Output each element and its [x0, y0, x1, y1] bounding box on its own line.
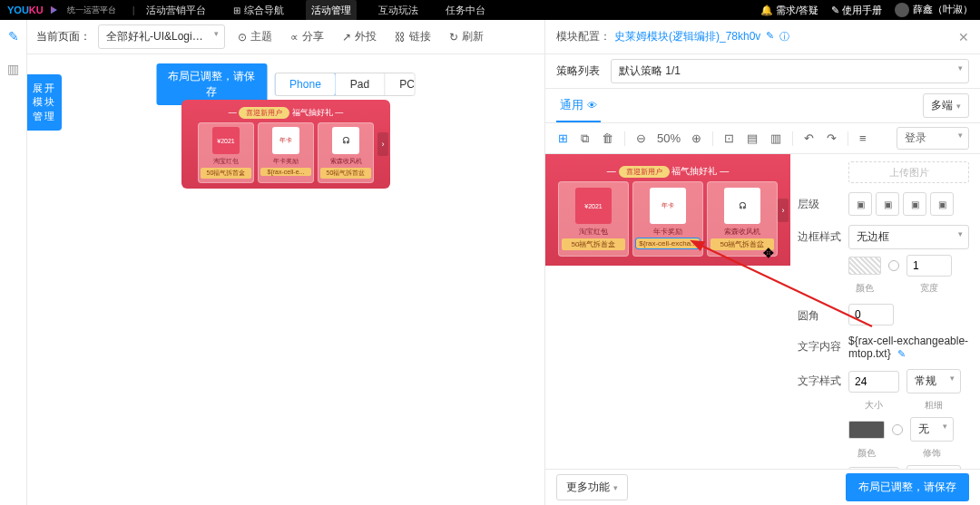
banner-module[interactable]: — 喜迎新用户 福气抽好礼 — ¥2021 淘宝红包 50福气拆首盒 年卡 [181, 100, 390, 189]
layout-icon-1[interactable]: ⊡ [722, 130, 736, 147]
add-icon[interactable]: ⊞ [556, 130, 570, 147]
layer-btn-3[interactable]: ▣ [903, 192, 926, 216]
banner-header: — 喜迎新用户 福气抽好礼 — [187, 105, 385, 122]
link-icon: ⛓ [395, 31, 406, 44]
layout-icon-3[interactable]: ▥ [769, 130, 783, 147]
rp-banner-next-arrow[interactable]: › [778, 199, 789, 222]
font-weight-select[interactable]: 常规 [906, 369, 961, 393]
device-tab-phone[interactable]: Phone [274, 73, 337, 96]
radius-input[interactable] [848, 304, 894, 325]
share-button[interactable]: ∝分享 [285, 25, 329, 48]
nav-marketing[interactable]: 活动营销平台 [141, 0, 211, 21]
demand-link[interactable]: 🔔 需求/答疑 [760, 4, 818, 17]
overflow-select[interactable]: 省略号 [906, 465, 961, 469]
zoom-out-icon[interactable]: ⊖ [634, 130, 648, 147]
card-sub-1: 50福气拆首盒 [201, 168, 251, 179]
align-icon[interactable]: ≡ [858, 130, 868, 147]
more-functions-button[interactable]: 更多功能 ▾ [556, 474, 628, 500]
page-toolbar: 当前页面： 全部好礼-UI&Logic-副... ⊙主题 ∝分享 ↗外投 ⛓链接… [27, 20, 544, 54]
font-size-input[interactable] [848, 371, 899, 393]
phone-preview[interactable]: — 喜迎新用户 福气抽好礼 — ¥2021 淘宝红包 50福气拆首盒 年卡 [181, 100, 390, 189]
link-button[interactable]: ⛓链接 [389, 25, 436, 48]
edit-title-icon[interactable]: ✎ [766, 30, 774, 44]
tab-general[interactable]: 通用 👁 [556, 90, 601, 122]
undo-icon[interactable]: ↶ [802, 130, 816, 147]
rp-card-row: ¥2021 淘宝红包 50福气拆首盒 年卡 年卡奖励 ${rax-cell-ex… [554, 181, 781, 257]
device-tab-pc[interactable]: PC [385, 73, 415, 95]
eye-icon: 👁 [587, 100, 597, 111]
rp-preview[interactable]: — 喜迎新用户 福气抽好礼 — ¥2021 淘宝红包 50福气拆首盒 年卡 [545, 154, 790, 469]
manual-link[interactable]: ✎ 使用手册 [831, 4, 882, 17]
banner-pill: 喜迎新用户 [239, 107, 289, 119]
user-menu[interactable]: 薛鑫（叶淑） [895, 3, 973, 17]
pencil-icon: ✎ [831, 5, 842, 15]
card-2[interactable]: 年卡 年卡奖励 ${rax-cell-e... [258, 122, 314, 183]
card-1[interactable]: ¥2021 淘宝红包 50福气拆首盒 [198, 122, 254, 183]
nav-interaction[interactable]: 互动玩法 [373, 0, 424, 21]
nav-activity-mgmt[interactable]: 活动管理 [306, 0, 357, 21]
rp-card-2[interactable]: 年卡 年卡奖励 ${rax-cell-excha... [632, 181, 703, 257]
layout-icon-2[interactable]: ▤ [745, 130, 760, 147]
rp-card-sub-2: ${rax-cell-excha... [636, 238, 700, 248]
device-tab-pad[interactable]: Pad [336, 73, 385, 95]
theme-button[interactable]: ⊙主题 [232, 25, 278, 48]
border-color-swatch[interactable] [848, 257, 881, 275]
properties-panel: 上传图片 层级 ▣ ▣ ▣ ▣ 边框样式 无边框 [790, 154, 980, 469]
edit-text-icon[interactable]: ✎ [897, 348, 906, 359]
rp-banner-pill: 喜迎新用户 [619, 166, 670, 178]
current-page-label: 当前页面： [36, 29, 91, 44]
card-title-1: 淘宝红包 [201, 157, 251, 166]
layer-btn-1[interactable]: ▣ [848, 192, 872, 216]
grid-icon: ⊞ [233, 5, 240, 15]
chevron-down-icon: ▾ [956, 102, 961, 111]
layout-icon[interactable]: ▥ [7, 62, 19, 76]
rp-banner-header: — 喜迎新用户 福气抽好礼 — [554, 163, 781, 181]
card-title-3: 索森收风机 [320, 157, 371, 166]
lines-input[interactable] [848, 467, 899, 470]
border-style-select[interactable]: 无边框 [848, 225, 969, 249]
login-select[interactable]: 登录 [897, 127, 969, 150]
strategy-select[interactable]: 默认策略 1/1 [611, 59, 969, 83]
rp-header-label: 模块配置： [556, 29, 611, 44]
nav-tasks[interactable]: 任务中台 [440, 0, 491, 21]
shadow-select[interactable]: 无 [910, 417, 954, 442]
redo-icon[interactable]: ↷ [825, 130, 838, 147]
layer-btn-4[interactable]: ▣ [930, 192, 954, 216]
info-icon[interactable]: ⓘ [779, 30, 789, 44]
multi-end-button[interactable]: 多端 ▾ [923, 93, 969, 118]
card-3[interactable]: 🎧 索森收风机 50福气拆首盆 [318, 122, 374, 183]
border-width-input[interactable] [906, 255, 952, 277]
device-tabs: Phone Pad PC [274, 73, 415, 96]
rp-card-sub-1: 50福气拆首盒 [562, 238, 625, 250]
logo-play-icon [47, 4, 60, 16]
edit-icon[interactable]: ✎ [8, 29, 19, 44]
text-color-swatch[interactable] [848, 421, 885, 439]
rp-card-1[interactable]: ¥2021 淘宝红包 50福气拆首盒 [558, 181, 629, 257]
module-mgmt-tab[interactable]: 展开模块管理 [27, 74, 62, 131]
close-panel-icon[interactable]: ✕ [958, 30, 969, 44]
color-link-icon[interactable] [888, 260, 899, 271]
external-button[interactable]: ↗外投 [337, 25, 382, 48]
color-link-icon-2[interactable] [892, 424, 903, 435]
banner-next-arrow[interactable]: › [377, 132, 388, 156]
bell-icon: 🔔 [760, 5, 776, 15]
upload-image-box[interactable]: 上传图片 [848, 161, 969, 183]
refresh-button[interactable]: ↻刷新 [444, 25, 489, 48]
layer-btn-2[interactable]: ▣ [876, 192, 899, 216]
rp-banner-module[interactable]: — 喜迎新用户 福气抽好礼 — ¥2021 淘宝红包 50福气拆首盒 年卡 [545, 154, 790, 266]
zoom-in-icon[interactable]: ⊕ [690, 130, 703, 147]
delete-icon[interactable]: 🗑 [600, 130, 615, 147]
radius-label: 圆角 [798, 304, 848, 324]
page-select[interactable]: 全部好礼-UI&Logic-副... [98, 24, 225, 49]
card-img-1: ¥2021 [212, 127, 240, 154]
refresh-icon: ↻ [449, 31, 458, 44]
zoom-level: 50% [657, 131, 681, 145]
footer-save-button[interactable]: 布局已调整，请保存 [846, 473, 969, 501]
topbar-right: 🔔 需求/答疑 ✎ 使用手册 薛鑫（叶淑） [760, 3, 973, 17]
center-panel: 当前页面： 全部好礼-UI&Logic-副... ⊙主题 ∝分享 ↗外投 ⛓链接… [27, 20, 544, 505]
nav-composite[interactable]: ⊞综合导航 [228, 0, 289, 21]
chevron-down-icon: ▾ [613, 483, 618, 492]
text-style-label: 文字样式 [798, 369, 848, 389]
external-icon: ↗ [342, 31, 351, 44]
copy-icon[interactable]: ⧉ [579, 130, 591, 148]
